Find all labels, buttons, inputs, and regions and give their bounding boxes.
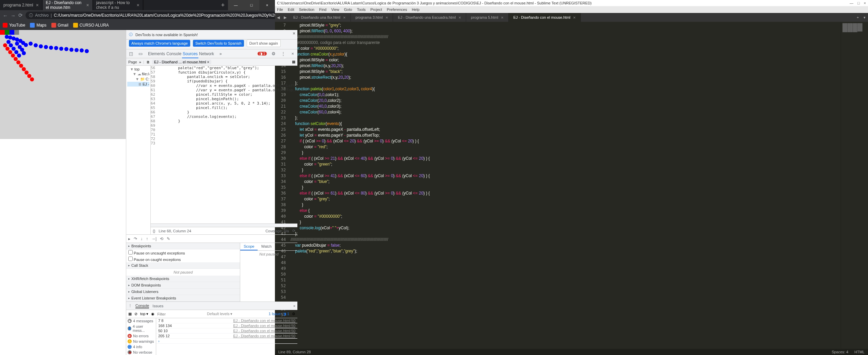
tab-nav-left[interactable]: ◀ — [275, 13, 282, 22]
console-gear-icon[interactable]: ⚙ — [292, 312, 295, 316]
tab-close-icon[interactable]: × — [501, 15, 504, 20]
new-tab-button[interactable]: + — [218, 0, 228, 10]
console-log-line[interactable]: 50 10EJ - Diseñando con el mouse.html:50 — [156, 328, 297, 334]
close-button[interactable]: × — [259, 0, 275, 10]
reload-button[interactable]: ⟳ — [18, 12, 23, 18]
browser-tab[interactable]: EJ - Diseñando con el mouse.htm× — [43, 0, 93, 10]
debugger-control-icon[interactable]: →| — [151, 236, 157, 241]
browser-tab[interactable]: javascript - How to check if a nu× — [93, 0, 143, 10]
console-side-item[interactable]: 👤4 user mess... — [126, 324, 156, 333]
menu-goto[interactable]: Goto — [344, 7, 352, 12]
pane-header[interactable]: ▸Call Stack — [126, 262, 240, 269]
back-button[interactable]: ← — [3, 13, 8, 18]
brace-icon[interactable]: {} — [153, 229, 155, 233]
console-log-line[interactable]: 7 8EJ - Diseñando con el mouse.html:50 — [156, 318, 297, 323]
devtools-tab-console[interactable]: Console — [166, 50, 182, 58]
coverage-refresh-icon[interactable]: ⟳ — [292, 229, 295, 233]
debugger-control-icon[interactable]: ↑ — [146, 236, 148, 241]
tab-close-icon[interactable]: × — [343, 15, 346, 20]
pane-header[interactable]: ▸DOM Breakpoints — [126, 282, 240, 289]
dont-show-button[interactable]: Don't show again — [247, 40, 281, 47]
tab-close-icon[interactable]: × — [36, 2, 38, 8]
sublime-minimap[interactable]: ██████████ ██████████ ██████████ ███████… — [841, 22, 868, 349]
menu-selection[interactable]: Selection — [299, 7, 314, 12]
devtools-menu-icon[interactable]: ⋮ — [280, 51, 286, 56]
tab-close-icon[interactable]: × — [136, 2, 139, 8]
inspect-icon[interactable]: ◫ — [128, 51, 134, 56]
tab-add-button[interactable]: + — [854, 13, 861, 22]
maximize-button[interactable]: □ — [244, 0, 259, 10]
page-label[interactable]: Page — [128, 60, 137, 64]
console-side-item[interactable]: ⚠No warnings — [126, 339, 156, 344]
tab-close-icon[interactable]: × — [573, 15, 576, 20]
menu-project[interactable]: Project — [371, 7, 382, 12]
devtools-tab-network[interactable]: Network — [198, 50, 215, 58]
devtools-close-icon[interactable]: × — [290, 51, 295, 56]
console-log-line[interactable]: 205 12EJ - Diseñando con el mouse.html:5… — [156, 334, 297, 339]
bookmark-item[interactable]: YouTube — [3, 23, 25, 28]
file-tree[interactable]: ▼top ▼ ☁file:// ▼ 📁C:/Users 🗎EJ - D — [126, 66, 151, 234]
tab-close-icon[interactable]: × — [86, 2, 89, 8]
menu-file[interactable]: File — [277, 7, 283, 12]
sublime-tab[interactable]: programa 5.html× — [466, 13, 509, 22]
open-file-chip[interactable]: EJ - Diseñand ... el mouse.html × — [152, 60, 211, 64]
console-side-item[interactable]: ▶4 messages — [126, 318, 156, 324]
sublime-tab[interactable]: programa 3.html× — [351, 13, 393, 22]
file-chip-close[interactable]: × — [207, 60, 209, 64]
more-tabs[interactable]: » — [219, 50, 223, 58]
devtools-gear-icon[interactable]: ⚙ — [271, 51, 276, 56]
debugger-control-icon[interactable]: ↓ — [141, 236, 143, 241]
context-selector[interactable]: top ▾ — [140, 312, 148, 316]
scope-tab[interactable]: Scope — [240, 243, 258, 250]
pane-checkbox[interactable]: Pause on uncaught exceptions — [126, 249, 240, 256]
menu-help[interactable]: Help — [412, 7, 420, 12]
log-level-selector[interactable]: Default levels ▾ — [207, 312, 232, 316]
menu-view[interactable]: View — [331, 7, 339, 12]
pane-header[interactable]: ▸XHR/fetch Breakpoints — [126, 276, 240, 282]
page-more[interactable]: » — [139, 60, 141, 64]
issue-badge[interactable]: ◨ 1 — [258, 52, 267, 56]
debugger-control-icon[interactable]: ↷ — [134, 236, 137, 241]
clear-console-icon[interactable]: ⊘ — [134, 312, 137, 316]
status-spaces[interactable]: Spaces: 4 — [832, 350, 848, 354]
console-sidebar-icon[interactable]: ▦ — [128, 312, 132, 316]
pane-checkbox[interactable]: Pause on caught exceptions — [126, 256, 240, 262]
console-close-icon[interactable]: × — [293, 304, 295, 308]
code-editor[interactable]: 565758596061626364656667686970717273 pal… — [151, 66, 297, 234]
bookmark-item[interactable]: Gmail — [51, 23, 68, 28]
minimize-button[interactable]: — — [228, 0, 244, 10]
bookmark-item[interactable]: CURSO ALURA — [73, 23, 109, 28]
menu-find[interactable]: Find — [319, 7, 326, 12]
sublime-code-area[interactable]: pincel.fillStyle = "grey"; pincel.fillRe… — [289, 22, 841, 349]
browser-tab[interactable]: programa 2.html× — [0, 0, 43, 10]
console-tab[interactable]: Console — [135, 304, 149, 308]
console-side-item[interactable]: 🐞No verbose — [126, 350, 156, 355]
status-language[interactable]: HTML — [854, 350, 865, 354]
console-side-item[interactable]: ⓘ4 info — [126, 344, 156, 350]
match-chrome-lang-button[interactable]: Always match Chrome's language — [129, 40, 190, 47]
sublime-tab[interactable]: EJ - Diseñando una Escuadra.html× — [393, 13, 466, 22]
sublime-tab[interactable]: EJ - Diseñando con el mouse.html× — [509, 13, 581, 22]
infobar-close[interactable]: × — [293, 31, 295, 36]
issues-tab[interactable]: Issues — [152, 304, 163, 308]
debugger-control-icon[interactable]: ⟲ — [160, 236, 163, 241]
console-log-line[interactable]: 168 134EJ - Diseñando con el mouse.html:… — [156, 323, 297, 328]
console-menu-icon[interactable]: ⋮ — [128, 304, 132, 308]
console-sidebar[interactable]: ▶4 messages👤4 user mess...⊗No errors⚠No … — [126, 318, 156, 355]
console-filter-input[interactable] — [157, 312, 204, 316]
sublime-close-button[interactable]: × — [864, 1, 866, 5]
console-side-item[interactable]: ⊗No errors — [126, 333, 156, 339]
live-expr-icon[interactable]: ◉ — [151, 312, 154, 316]
watch-tab[interactable]: Watch — [258, 243, 275, 250]
debugger-control-icon[interactable]: ▸ — [128, 236, 130, 241]
sublime-tab[interactable]: EJ - Diseñando una flor.html× — [289, 13, 351, 22]
menu-edit[interactable]: Edit — [288, 7, 294, 12]
sublime-minimize-button[interactable]: — — [850, 1, 853, 5]
tab-more-button[interactable]: ▾ — [861, 13, 868, 22]
devtools-tab-sources[interactable]: Sources — [182, 50, 198, 58]
debugger-control-icon[interactable]: ✎ — [167, 236, 170, 241]
console-prompt[interactable]: › — [156, 339, 297, 344]
menu-preferences[interactable]: Preferences — [387, 7, 407, 12]
devtools-tab-elements[interactable]: Elements — [147, 50, 166, 58]
pane-header[interactable]: ▸Breakpoints — [126, 243, 240, 249]
